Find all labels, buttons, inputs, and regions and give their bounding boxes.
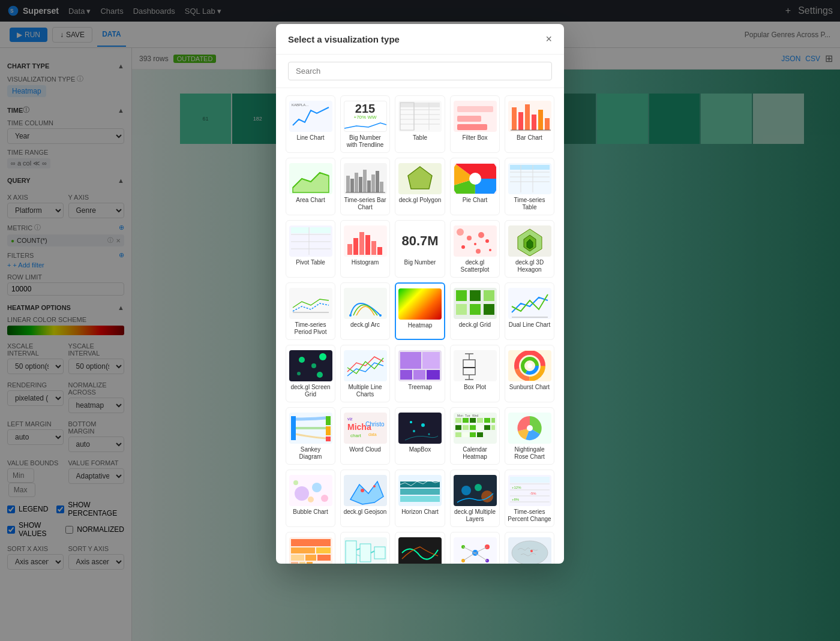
chart-label-deck-3d-hexagon: deck.gl 3D Hexagon [508,259,551,273]
chart-item-pie-chart[interactable]: Pie Chart [450,158,500,215]
chart-item-bar-chart[interactable]: Bar Chart [505,95,554,153]
chart-item-deck-3d-hexagon[interactable]: deck.gl 3D Hexagon [505,220,554,278]
chart-thumb-deck-grid [454,288,497,319]
svg-rect-162 [291,562,298,564]
svg-text:chart: chart [350,433,362,438]
chart-item-deck-path[interactable]: deck.gl Path [395,532,445,564]
svg-text:Christo: Christo [365,421,385,428]
svg-rect-69 [456,290,467,301]
svg-rect-163 [299,562,305,564]
chart-item-deck-polygon[interactable]: deck.gl Polygon [395,158,445,215]
svg-text:Tue: Tue [465,414,470,417]
svg-point-78 [311,363,316,368]
svg-rect-43 [291,227,309,233]
chart-item-sankey-diagram[interactable]: Sankey Diagram [286,407,335,465]
svg-point-146 [475,484,482,491]
chart-item-pivot-table[interactable]: Pivot Table [286,220,335,278]
svg-text:KABPLA...: KABPLA... [292,103,309,107]
chart-item-box-plot[interactable]: Box Plot [450,345,500,402]
chart-item-deck-screen-grid[interactable]: deck.gl Screen Grid [286,345,335,402]
chart-item-deck-multiple-layers[interactable]: deck.gl Multiple Layers [450,470,500,527]
chart-thumb-multiple-line-charts [344,350,387,381]
svg-rect-158 [316,547,331,553]
chart-label-deck-scatterplot: deck.gl Scatterplot [453,259,497,273]
modal-overlay[interactable]: Select a visualization type × KABPLA...L… [0,0,840,641]
chart-item-bubble-chart[interactable]: Bubble Chart [286,470,335,527]
chart-item-area-chart[interactable]: Area Chart [286,158,335,215]
chart-item-histogram[interactable]: Histogram [340,220,390,278]
svg-rect-114 [455,418,461,423]
svg-rect-11 [457,106,493,112]
svg-point-99 [527,363,532,368]
svg-point-56 [467,236,472,240]
chart-thumb-bubble-chart [289,475,332,506]
svg-point-139 [361,489,364,492]
svg-rect-19 [545,118,550,130]
svg-point-180 [530,550,533,552]
svg-rect-109 [399,413,441,443]
chart-item-event-flow[interactable]: Event Flow [340,532,390,564]
svg-rect-119 [491,418,495,423]
chart-item-calendar-heatmap[interactable]: MonTueWedCalendar Heatmap [450,407,500,465]
chart-item-time-series-bar[interactable]: Time-series Bar Chart [340,158,390,215]
chart-item-time-series-table[interactable]: Time-series Table [505,158,554,215]
modal-close-button[interactable]: × [545,34,552,44]
chart-item-force-directed[interactable]: Force-directed Graph [450,532,500,564]
chart-item-line-chart[interactable]: KABPLA...Line Chart [286,95,335,153]
chart-label-heatmap: Heatmap [408,322,433,329]
chart-thumb-world-map [508,537,551,564]
svg-rect-16 [525,104,530,130]
svg-point-67 [349,314,352,317]
svg-point-133 [527,425,533,431]
svg-rect-23 [355,173,358,192]
svg-point-134 [295,486,309,501]
chart-item-mapbox[interactable]: MapBox [395,407,445,465]
chart-item-heatmap[interactable]: Heatmap [395,282,445,340]
chart-item-time-series-period[interactable]: Time-series Period Pivot [286,282,335,340]
svg-rect-17 [532,115,536,130]
svg-point-137 [293,480,298,485]
chart-item-time-series-pct[interactable]: +12%-5%+8%Time-series Percent Change [505,470,554,527]
svg-marker-31 [408,167,432,189]
chart-label-time-series-pct: Time-series Percent Change [508,508,551,523]
chart-item-deck-scatterplot[interactable]: deck.gl Scatterplot [450,220,500,278]
chart-item-big-number-trendline[interactable]: 215+70% WWBig Number with Trendline [340,95,390,153]
chart-item-nightingale-rose[interactable]: Nightingale Rose Chart [505,407,554,465]
svg-rect-49 [347,244,352,255]
chart-item-world-map[interactable]: World Map [505,532,554,564]
svg-point-68 [379,314,382,317]
chart-item-filter-box[interactable]: Filter Box [450,95,500,153]
chart-item-multiple-line-charts[interactable]: Multiple Line Charts [340,345,390,402]
svg-rect-159 [291,555,304,561]
chart-item-partition-chart[interactable]: Partition Chart [286,532,335,564]
svg-rect-52 [365,235,370,255]
svg-point-79 [319,353,326,360]
chart-item-big-number[interactable]: 80.7MBig Number [395,220,445,278]
svg-rect-82 [400,352,421,369]
svg-rect-129 [477,432,483,437]
chart-item-dual-line-chart[interactable]: Dual Line Chart [505,282,554,340]
svg-rect-84 [400,370,412,380]
chart-thumb-deck-3d-hexagon [508,225,551,257]
chart-thumb-partition-chart [289,537,332,564]
chart-item-treemap[interactable]: Treemap [395,345,445,402]
svg-rect-118 [484,418,490,423]
chart-label-histogram: Histogram [352,259,379,266]
svg-point-179 [512,541,548,564]
chart-item-word-cloud[interactable]: MichaChristochartdatavizWord Cloud [340,407,390,465]
svg-rect-85 [413,370,425,380]
chart-item-deck-geojson[interactable]: deck.gl Geojson [340,470,390,527]
chart-item-sunburst-chart[interactable]: Sunburst Chart [505,345,554,402]
svg-point-111 [421,423,425,427]
chart-label-horizon-chart: Horizon Chart [401,508,439,516]
svg-rect-143 [400,496,440,502]
svg-point-77 [299,357,305,363]
search-input[interactable] [288,62,552,80]
chart-item-deck-arc[interactable]: deck.gl Arc [340,282,390,340]
chart-item-table[interactable]: Table [395,95,445,153]
chart-item-deck-grid[interactable]: deck.gl Grid [450,282,500,340]
chart-item-horizon-chart[interactable]: Horizon Chart [395,470,445,527]
svg-point-140 [373,485,376,487]
svg-text:Mon: Mon [457,414,463,417]
svg-rect-3 [400,103,440,107]
